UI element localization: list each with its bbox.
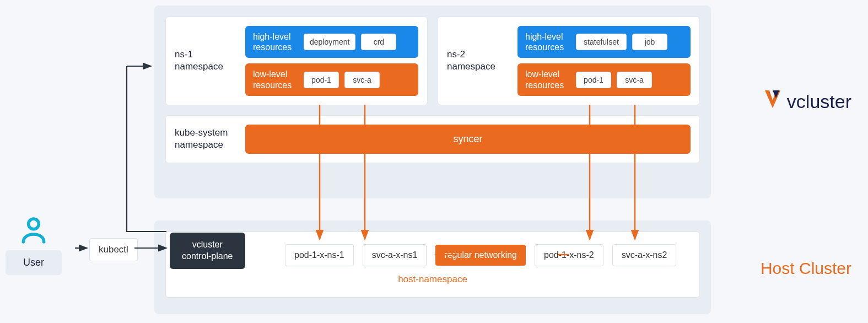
user-label: User: [6, 250, 62, 275]
user-block: User: [6, 215, 62, 275]
vcluster-logo-icon: [762, 88, 784, 115]
chip-ns2-svc-a: svc-a: [617, 72, 652, 88]
host-svc-a-ns1: svc-a-x-ns1: [363, 244, 427, 266]
chip-ns1-pod-1: pod-1: [304, 72, 339, 88]
chip-deployment: deployment: [304, 34, 355, 50]
syncer-bar: syncer: [245, 125, 691, 154]
ns-2-card: ns-2namespace high-levelresources statef…: [438, 17, 700, 105]
host-cluster-label: Host Cluster: [761, 259, 851, 278]
user-icon: [18, 215, 49, 248]
chip-ns1-svc-a: svc-a: [344, 72, 380, 88]
vcluster-brand: vcluster: [762, 88, 851, 115]
regular-networking: regular networking: [435, 245, 526, 266]
chip-job: job: [632, 34, 667, 50]
vcluster-container: ns-1namespace high-levelresources deploy…: [154, 6, 711, 198]
host-namespace-card: pod-1-x-ns-1 svc-a-x-ns1 regular network…: [165, 232, 700, 298]
vcluster-control-plane: vclustercontrol-plane: [170, 233, 245, 269]
kube-system-card: kube-systemnamespace syncer: [165, 115, 700, 163]
ns-2-low-level: low-levelresources pod-1 svc-a: [517, 63, 691, 95]
chip-statefulset: statefulset: [576, 34, 627, 50]
chip-crd: crd: [361, 34, 396, 50]
ns-1-label: ns-1namespace: [175, 49, 235, 73]
ns-2-high-level: high-levelresources statefulset job: [517, 26, 691, 58]
host-svc-a-ns2: svc-a-x-ns2: [612, 244, 677, 266]
ns-1-card: ns-1namespace high-levelresources deploy…: [165, 17, 428, 105]
ns-1-high-level: high-levelresources deployment crd: [245, 26, 418, 58]
kube-system-label: kube-systemnamespace: [175, 127, 235, 151]
host-pod-1-ns-1: pod-1-x-ns-1: [285, 244, 354, 266]
chip-ns2-pod-1: pod-1: [576, 72, 611, 88]
host-namespace-label: host-namespace: [398, 274, 467, 285]
ns-1-low-level: low-levelresources pod-1 svc-a: [245, 63, 418, 95]
host-pod-1-ns-2: pod-1-x-ns-2: [535, 244, 603, 266]
svg-point-0: [29, 219, 39, 229]
kubectl-label: kubectl: [89, 238, 138, 261]
ns-2-label: ns-2namespace: [447, 49, 508, 73]
